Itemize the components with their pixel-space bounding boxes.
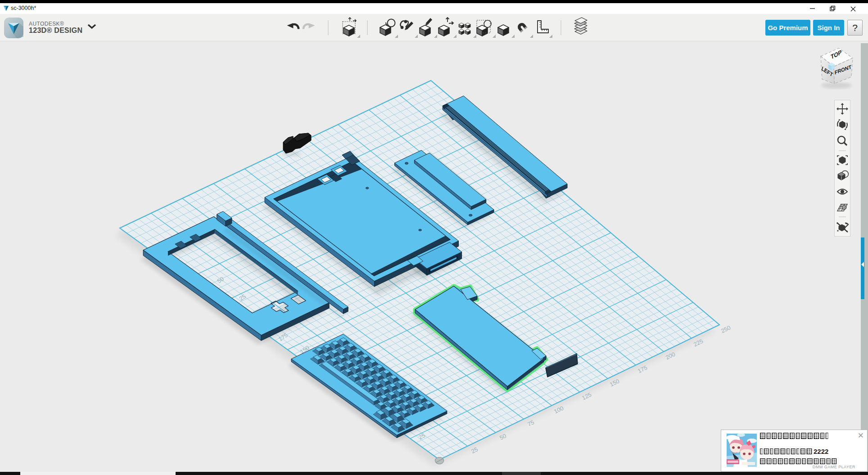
svg-text:2222: 2222 xyxy=(814,448,828,455)
